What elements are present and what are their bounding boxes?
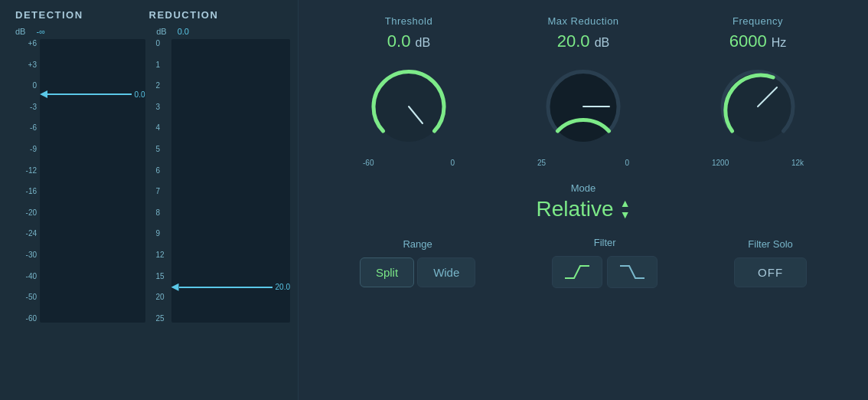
mode-selector[interactable]: Relative ▲ ▼ xyxy=(536,197,630,221)
threshold-value: 0.0 dB xyxy=(387,31,430,51)
filter-solo-group: Filter Solo OFF xyxy=(734,238,807,287)
reduction-meter: 0 1 2 3 4 5 6 7 8 9 12 15 20 25 xyxy=(153,39,291,392)
detection-slider[interactable]: 0.0 xyxy=(40,90,145,99)
filter-group: Filter xyxy=(552,237,658,288)
lowpass-icon xyxy=(618,263,646,281)
frequency-label: Frequency xyxy=(733,15,783,27)
filter-solo-label: Filter Solo xyxy=(748,238,793,250)
mode-value-text: Relative xyxy=(536,197,613,221)
right-panel: Threshold 0.0 dB -60 0 xyxy=(299,0,868,400)
reduction-db-row: dB 0.0 xyxy=(148,27,282,36)
range-group: Range Split Wide xyxy=(360,238,475,287)
reduction-header: REDUCTION xyxy=(149,9,283,21)
detection-db-value: -∞ xyxy=(36,27,45,36)
reduction-bar[interactable]: 20.0 xyxy=(171,39,291,323)
reduction-db-label: dB xyxy=(156,27,166,36)
mode-row: Mode Relative ▲ ▼ xyxy=(321,182,845,221)
reduction-db-value: 0.0 xyxy=(178,27,189,36)
frequency-value: 6000 Hz xyxy=(729,31,787,51)
lowpass-filter-button[interactable] xyxy=(607,256,658,288)
left-panel: DETECTION REDUCTION dB -∞ dB 0.0 +6 +3 0… xyxy=(0,0,299,400)
knobs-row: Threshold 0.0 dB -60 0 xyxy=(321,15,845,167)
mode-label: Mode xyxy=(571,182,596,194)
detection-db-row: dB -∞ xyxy=(15,27,148,36)
threshold-group: Threshold 0.0 dB -60 0 xyxy=(363,15,455,167)
highpass-filter-button[interactable] xyxy=(552,256,602,288)
detection-header: DETECTION xyxy=(15,9,149,21)
mode-arrows-icon[interactable]: ▲ ▼ xyxy=(620,198,631,221)
range-buttons: Split Wide xyxy=(360,257,475,287)
frequency-knob[interactable] xyxy=(712,61,804,152)
panel-headers: DETECTION REDUCTION xyxy=(0,0,298,27)
range-label: Range xyxy=(403,238,432,250)
max-reduction-minmax: 25 0 xyxy=(537,159,629,167)
threshold-minmax: -60 0 xyxy=(363,159,455,167)
bottom-row: Range Split Wide Filter xyxy=(321,237,845,288)
max-reduction-group: Max Reduction 20.0 dB 25 0 xyxy=(537,15,629,167)
threshold-label: Threshold xyxy=(385,15,432,27)
detection-meter: +6 +3 0 -3 -6 -9 -12 -16 -20 -24 -30 -40… xyxy=(15,39,153,392)
meter-area: +6 +3 0 -3 -6 -9 -12 -16 -20 -24 -30 -40… xyxy=(0,39,298,400)
split-button[interactable]: Split xyxy=(360,257,414,287)
wide-button[interactable]: Wide xyxy=(417,257,475,287)
num-scale-reduction: 0 1 2 3 4 5 6 7 8 9 12 15 20 25 xyxy=(153,39,171,323)
threshold-knob[interactable] xyxy=(363,61,455,152)
db-scale-detection: +6 +3 0 -3 -6 -9 -12 -16 -20 -24 -30 -40… xyxy=(15,39,40,323)
detection-bar[interactable]: 0.0 xyxy=(40,39,145,323)
filter-solo-button[interactable]: OFF xyxy=(734,257,807,287)
frequency-group: Frequency 6000 Hz 1200 12k xyxy=(712,15,804,167)
max-reduction-knob[interactable] xyxy=(537,61,629,152)
max-reduction-label: Max Reduction xyxy=(547,15,618,27)
highpass-icon xyxy=(563,263,591,281)
detection-db-label: dB xyxy=(15,27,25,36)
frequency-minmax: 1200 12k xyxy=(712,159,804,167)
reduction-slider[interactable]: 20.0 xyxy=(171,283,291,291)
filter-buttons xyxy=(552,256,658,288)
max-reduction-value: 20.0 dB xyxy=(557,31,610,51)
meters-top-row: dB -∞ dB 0.0 xyxy=(0,27,298,36)
filter-label: Filter xyxy=(594,237,616,248)
